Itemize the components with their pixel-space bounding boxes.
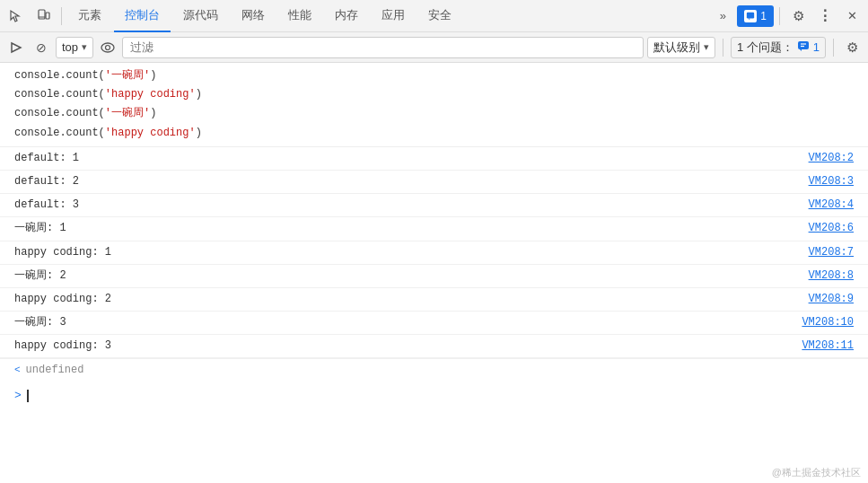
output-section: default: 1 VM208:2 default: 2 VM208:3 de… (0, 147, 868, 359)
output-link-8[interactable]: VM208:10 (802, 314, 854, 331)
clear-btn[interactable]: ⊘ (31, 37, 52, 58)
tab-elements[interactable]: 元素 (67, 0, 112, 32)
lt-icon: < (14, 363, 21, 379)
output-text-9: happy coding: 3 (14, 338, 802, 355)
output-link-6[interactable]: VM208:8 (809, 268, 854, 285)
code-string-2: 'happy coding' (105, 86, 196, 103)
chat-badge-icon (797, 40, 810, 51)
code-text-3: console.count( (14, 105, 105, 122)
svg-marker-5 (12, 43, 21, 52)
output-line-5: happy coding: 1 VM208:7 (0, 242, 868, 265)
eye-btn[interactable] (97, 37, 118, 58)
level-label: 默认级别 (653, 40, 700, 56)
svg-rect-1 (46, 13, 49, 19)
svg-rect-3 (747, 12, 754, 18)
message-badge-btn[interactable]: 1 (737, 5, 774, 27)
divider-4 (833, 39, 834, 57)
level-chevron-icon: ▾ (704, 41, 709, 53)
output-line-2: default: 2 VM208:3 (0, 171, 868, 194)
divider-1 (61, 7, 62, 25)
top-toolbar: 元素 控制台 源代码 网络 性能 内存 应用 安全 » 1 ⚙ ⋮ ✕ (0, 0, 868, 32)
prompt-gt-icon: > (14, 389, 22, 402)
output-text-6: 一碗周: 2 (14, 268, 809, 285)
cursor-icon-btn[interactable] (4, 4, 29, 29)
output-line-3: default: 3 VM208:4 (0, 194, 868, 217)
output-line-6: 一碗周: 2 VM208:8 (0, 265, 868, 288)
output-text-7: happy coding: 2 (14, 291, 809, 308)
code-line-3: console.count('一碗周') (0, 104, 868, 123)
output-link-7[interactable]: VM208:9 (809, 291, 854, 308)
output-text-1: default: 1 (14, 150, 809, 167)
device-icon (36, 9, 50, 23)
issue-count-label: 1 个问题： (737, 40, 793, 56)
output-text-8: 一碗周: 3 (14, 314, 802, 331)
output-link-3[interactable]: VM208:4 (809, 197, 854, 214)
code-line-1: console.count('一碗周') (0, 66, 868, 85)
tab-security[interactable]: 安全 (417, 0, 462, 32)
watermark: @稀土掘金技术社区 (772, 466, 861, 479)
code-text-1: console.count( (14, 67, 105, 84)
output-text-5: happy coding: 1 (14, 244, 809, 261)
prompt-cursor (27, 390, 29, 402)
context-selector[interactable]: top ▾ (56, 37, 93, 58)
svg-marker-9 (800, 49, 802, 51)
code-string-3: '一碗周' (105, 105, 150, 122)
eye-icon (101, 42, 115, 53)
output-text-2: default: 2 (14, 173, 809, 190)
output-link-4[interactable]: VM208:6 (809, 220, 854, 237)
svg-marker-4 (749, 18, 750, 20)
divider-3 (723, 39, 723, 57)
output-link-9[interactable]: VM208:11 (802, 338, 854, 355)
level-selector[interactable]: 默认级别 ▾ (647, 37, 715, 58)
code-text-2: console.count( (14, 86, 105, 103)
chat-icon (746, 12, 755, 21)
more-options-btn[interactable]: ⋮ (812, 4, 837, 29)
context-value: top (62, 40, 78, 54)
tab-memory[interactable]: 内存 (324, 0, 369, 32)
code-string-4: 'happy coding' (105, 125, 196, 142)
code-section: console.count('一碗周') console.count('happ… (0, 63, 868, 147)
issue-number: 1 (813, 40, 820, 54)
output-text-4: 一碗周: 1 (14, 220, 809, 237)
issue-badge-icon (797, 40, 810, 54)
cursor-icon (9, 9, 23, 23)
close-btn[interactable]: ✕ (839, 4, 864, 29)
output-link-5[interactable]: VM208:7 (809, 244, 854, 261)
message-badge-icon (744, 10, 757, 22)
more-tabs-btn[interactable]: » (710, 4, 735, 29)
code-line-2: console.count('happy coding') (0, 85, 868, 104)
filter-input[interactable] (122, 37, 644, 58)
code-string-1: '一碗周' (105, 67, 150, 84)
undefined-line: < undefined (0, 358, 868, 382)
console-content[interactable]: console.count('一碗周') console.count('happ… (0, 63, 868, 483)
tab-application[interactable]: 应用 (371, 0, 416, 32)
device-icon-btn[interactable] (31, 4, 56, 29)
svg-point-6 (101, 43, 114, 52)
gear-btn[interactable]: ⚙ (785, 4, 811, 29)
tab-performance[interactable]: 性能 (277, 0, 322, 32)
more-tabs-label: » (720, 9, 726, 22)
tab-network[interactable]: 网络 (231, 0, 276, 32)
chevron-down-icon: ▾ (82, 41, 87, 53)
secondary-toolbar: ⊘ top ▾ 默认级别 ▾ 1 个问题： 1 ⚙ (0, 32, 868, 63)
console-settings-btn[interactable]: ⚙ (841, 37, 863, 58)
svg-rect-8 (798, 41, 809, 49)
output-text-3: default: 3 (14, 197, 809, 214)
code-text-4: console.count( (14, 125, 105, 142)
output-line-9: happy coding: 3 VM208:11 (0, 335, 868, 358)
output-link-1[interactable]: VM208:2 (809, 150, 854, 167)
play-icon (10, 41, 22, 54)
divider-2 (779, 7, 780, 25)
code-line-4: console.count('happy coding') (0, 124, 868, 143)
output-line-4: 一碗周: 1 VM208:6 (0, 217, 868, 241)
tab-console[interactable]: 控制台 (114, 0, 171, 32)
issue-count-widget: 1 个问题： 1 (731, 37, 826, 58)
execute-btn[interactable] (5, 37, 27, 58)
output-line-7: happy coding: 2 VM208:9 (0, 288, 868, 312)
tab-sources[interactable]: 源代码 (172, 0, 229, 32)
svg-point-7 (106, 45, 110, 49)
undefined-text: undefined (26, 362, 84, 379)
output-link-2[interactable]: VM208:3 (809, 173, 854, 190)
badge-count: 1 (760, 10, 767, 22)
prompt-line[interactable]: > (0, 382, 868, 409)
